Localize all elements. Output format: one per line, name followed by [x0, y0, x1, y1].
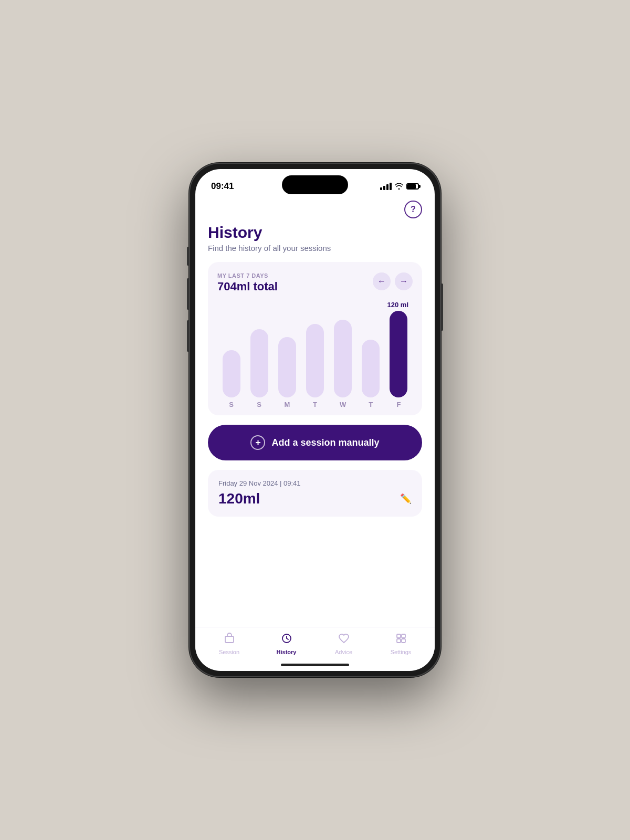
bar-day-label-0: S	[229, 401, 234, 408]
bar-4[interactable]	[334, 320, 352, 397]
phone-frame: 09:41	[189, 163, 441, 677]
bar-0[interactable]	[223, 350, 240, 397]
bar-1[interactable]	[250, 329, 268, 397]
bar-2[interactable]	[278, 337, 296, 397]
session-card: Friday 29 Nov 2024 | 09:41 120ml ✏️	[208, 470, 422, 517]
bar-col-t-5: T	[362, 340, 380, 408]
bar-5[interactable]	[362, 340, 380, 397]
wifi-icon	[395, 183, 403, 190]
plus-circle-icon: +	[250, 435, 265, 450]
bar-6[interactable]	[390, 311, 407, 397]
home-indicator	[195, 658, 435, 671]
bar-day-label-1: S	[257, 401, 261, 408]
bars-container: SSMTWTF	[217, 311, 413, 408]
bar-day-label-4: W	[340, 401, 346, 408]
chart-period-label: MY LAST 7 DAYS	[217, 272, 278, 279]
status-bar: 09:41	[195, 169, 435, 196]
session-nav-label: Session	[219, 649, 239, 655]
settings-nav-label: Settings	[391, 649, 412, 655]
chart-next-button[interactable]: →	[395, 272, 413, 290]
bar-col-t-3: T	[306, 324, 324, 408]
screen-content[interactable]: ? History Find the history of all your s…	[195, 196, 435, 627]
nav-item-settings[interactable]: Settings	[372, 633, 429, 655]
bar-highlighted-value: 120 ml	[217, 301, 413, 309]
add-session-button[interactable]: + Add a session manually	[208, 425, 422, 460]
dynamic-island	[282, 175, 348, 194]
chart-total: 704ml total	[217, 280, 278, 293]
history-nav-icon	[281, 633, 292, 647]
volume-down-button	[187, 320, 189, 352]
svg-rect-4	[397, 639, 401, 643]
volume-up-button	[187, 278, 189, 310]
bar-col-f-6: F	[390, 311, 407, 408]
page-subtitle: Find the history of all your sessions	[208, 244, 422, 253]
svg-rect-5	[402, 639, 405, 643]
edit-icon[interactable]: ✏️	[400, 493, 412, 505]
bottom-nav: Session History Advice	[195, 627, 435, 658]
chart-info: MY LAST 7 DAYS 704ml total	[217, 272, 278, 293]
svg-rect-3	[402, 634, 405, 638]
battery-icon	[406, 183, 419, 190]
help-button-container: ?	[208, 201, 422, 218]
bar-chart: 120 ml SSMTWTF	[217, 301, 413, 406]
add-session-label: Add a session manually	[271, 437, 379, 448]
bar-col-m-2: M	[278, 337, 296, 408]
chart-card: MY LAST 7 DAYS 704ml total ← → 120 ml SS…	[208, 262, 422, 415]
status-time: 09:41	[211, 181, 234, 192]
status-icons	[380, 183, 419, 190]
chart-prev-button[interactable]: ←	[373, 272, 391, 290]
bar-col-s-1: S	[250, 329, 268, 408]
history-nav-label: History	[277, 649, 297, 655]
nav-item-advice[interactable]: Advice	[315, 633, 372, 655]
power-button	[441, 284, 443, 331]
bar-3[interactable]	[306, 324, 324, 397]
page-title: History	[208, 224, 422, 242]
session-amount: 120ml	[218, 490, 260, 507]
signal-icon	[380, 183, 392, 190]
session-row: 120ml ✏️	[218, 490, 412, 507]
bar-day-label-6: F	[396, 401, 401, 408]
advice-nav-icon	[338, 633, 350, 647]
bar-day-label-5: T	[369, 401, 373, 408]
help-button[interactable]: ?	[404, 201, 422, 218]
nav-item-session[interactable]: Session	[201, 633, 258, 655]
bar-col-w-4: W	[334, 320, 352, 408]
phone-screen: 09:41	[195, 169, 435, 671]
advice-nav-label: Advice	[335, 649, 352, 655]
nav-item-history[interactable]: History	[258, 633, 315, 655]
svg-rect-2	[397, 634, 401, 638]
bar-day-label-2: M	[284, 401, 290, 408]
settings-nav-icon	[395, 633, 407, 647]
chart-nav: ← →	[373, 272, 413, 290]
bar-day-label-3: T	[313, 401, 317, 408]
bar-col-s-0: S	[223, 350, 240, 408]
chart-header: MY LAST 7 DAYS 704ml total ← →	[217, 272, 413, 293]
session-date: Friday 29 Nov 2024 | 09:41	[218, 479, 412, 487]
mute-button	[187, 247, 189, 266]
session-nav-icon	[224, 633, 235, 647]
svg-rect-0	[225, 636, 234, 643]
